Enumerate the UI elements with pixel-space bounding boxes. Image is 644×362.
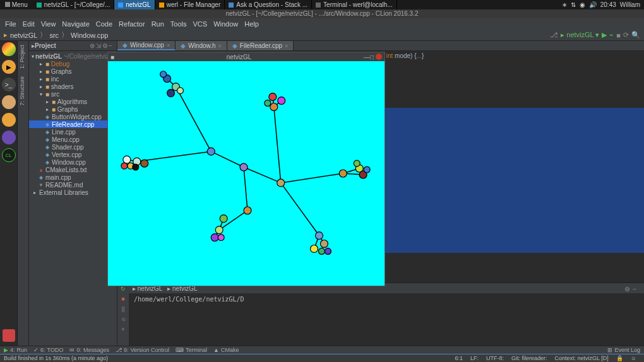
dock-trash[interactable] (3, 329, 15, 342)
tree-src[interactable]: ▾■ src (29, 90, 117, 98)
system-menu[interactable]: Menu (0, 1, 33, 8)
dock-app1[interactable] (2, 113, 16, 127)
pause-icon[interactable]: || (119, 306, 127, 313)
menu-run[interactable]: Run (149, 20, 167, 28)
run-output[interactable]: /home/werl/College/netvizGL/D (129, 293, 644, 305)
menu-view[interactable]: View (39, 20, 59, 28)
search-icon[interactable]: 🔍 (631, 31, 640, 39)
tree-window[interactable]: ◆Window.cpp (29, 158, 117, 166)
task-netvizgl[interactable]: netvizGL (114, 0, 155, 9)
menu-code[interactable]: Code (93, 20, 115, 28)
tree-debug[interactable]: ▸■ Debug (29, 60, 117, 67)
menu-file[interactable]: File (3, 20, 19, 28)
breadcrumb-root[interactable]: netvizGL (10, 32, 37, 39)
gear-icon[interactable]: ⚙ (102, 42, 108, 49)
tree-graphs2[interactable]: ▸■ Graphs (29, 105, 117, 113)
status-context[interactable]: Context: netvizGL [D] (551, 355, 612, 361)
build-icon[interactable]: ⎇ (550, 31, 558, 39)
menu-navigate[interactable]: Navigate (59, 20, 92, 28)
tree-menu[interactable]: ◆Menu.cpp (29, 136, 117, 143)
tree-vertex[interactable]: ◆Vertex.cpp (29, 151, 117, 158)
run-icon[interactable]: ▶ (602, 31, 607, 39)
tree-shader[interactable]: ◆Shader.cpp (29, 143, 117, 151)
status-le[interactable]: LF: (467, 355, 482, 361)
tree-readme[interactable]: ▼README.md (29, 181, 117, 189)
side-tab-project[interactable]: 1: Project (18, 41, 27, 73)
lock-icon[interactable]: 🔒 (612, 355, 627, 361)
minimize-icon[interactable]: — (364, 54, 370, 61)
tree-buttonwidget[interactable]: ◆ButtonWidget.cpp (29, 113, 117, 120)
close-window-icon[interactable] (376, 54, 382, 60)
tree-root[interactable]: ▾netvizGL ~/College/netvizGL (29, 52, 117, 60)
dock-terminal[interactable]: >_ (2, 78, 16, 91)
dock-play[interactable]: ▶ (2, 60, 16, 74)
close-icon[interactable]: × (167, 42, 170, 49)
breadcrumb-src[interactable]: src (49, 32, 59, 39)
volume-icon[interactable]: 🔊 (589, 1, 597, 8)
tool-terminal[interactable]: ⌨ Terminal (176, 347, 207, 353)
dock-clion[interactable]: CL (2, 148, 16, 162)
run-config-dropdown[interactable]: ▸ netvizGL ▾ (561, 31, 599, 39)
dock-files[interactable] (2, 95, 16, 109)
tab-window-h[interactable]: ◆Window.h× (176, 41, 227, 50)
status-enc[interactable]: UTF-8: (482, 355, 508, 361)
close-icon[interactable]: × (285, 43, 288, 49)
bluetooth-icon[interactable]: ∗ (562, 1, 567, 8)
tool-run[interactable]: ▶ 4: Run (4, 347, 27, 353)
clock[interactable]: 20:43 (600, 1, 616, 8)
run-settings-icon[interactable]: ⚙ (624, 286, 630, 293)
menu-help[interactable]: Help (242, 20, 261, 28)
breadcrumb-file[interactable]: Window.cpp (71, 32, 108, 39)
tree-line[interactable]: ◆Line.cpp (29, 128, 117, 136)
gl-window-titlebar[interactable]: ■ netvizGL — □ (108, 52, 385, 61)
tool-vcs[interactable]: ⎇ 9: Version Control (116, 347, 169, 353)
maximize-icon[interactable]: □ (370, 54, 374, 61)
task-clion[interactable]: netvizGL - [~/College/... (33, 0, 114, 9)
gl-canvas[interactable] (108, 61, 385, 286)
menu-edit[interactable]: Edit (20, 20, 37, 28)
user-label[interactable]: William (620, 1, 640, 8)
wifi-icon[interactable]: ◉ (580, 1, 585, 8)
rerun-icon[interactable]: ↻ (119, 286, 127, 293)
status-git[interactable]: Git: filereader: (508, 355, 551, 361)
stop-icon[interactable]: ■ (616, 32, 621, 39)
tree-shaders[interactable]: ▸■ shaders (29, 83, 117, 90)
tree-graphs[interactable]: ▸■ Graphs (29, 67, 117, 75)
tree-algorithms[interactable]: ▸■ Algorithms (29, 98, 117, 105)
menu-window[interactable]: Window (211, 20, 241, 28)
status-pos[interactable]: 6:1 (451, 355, 467, 361)
tool-todo[interactable]: ✓ 6: TODO (33, 347, 63, 353)
dock-chrome[interactable] (2, 42, 16, 56)
tree-inc[interactable]: ▸■ inc (29, 75, 117, 83)
menu-tools[interactable]: Tools (168, 20, 189, 28)
network-icon[interactable]: ⇅ (571, 1, 576, 8)
tree-cmakelists[interactable]: ▲CMakeLists.txt (29, 166, 117, 173)
event-log[interactable]: ⊞ Event Log (607, 347, 640, 353)
dock-vscode[interactable] (2, 131, 16, 144)
tab-window-cpp[interactable]: ◆Window.cpp× (117, 41, 176, 50)
collapse-icon[interactable]: ⇲ (95, 42, 102, 49)
hector-icon[interactable]: ☺ (627, 355, 640, 361)
tool-cmake[interactable]: ▲ CMake (213, 347, 239, 353)
menu-refactor[interactable]: Refactor (116, 20, 148, 28)
tree-main[interactable]: ◆main.cpp (29, 173, 117, 181)
tab-filereader-cpp[interactable]: ◆FileReader.cpp× (227, 41, 294, 50)
update-icon[interactable]: ⟳ (623, 31, 629, 39)
side-tab-structure[interactable]: 7: Structure (18, 73, 27, 110)
autoscroll-icon[interactable]: ⊕ (89, 42, 95, 49)
close-run-icon[interactable]: × (119, 326, 127, 334)
hide-icon[interactable]: − (108, 42, 114, 49)
tool-messages[interactable]: ✉ 0: Messages (69, 347, 109, 353)
dump-icon[interactable]: ⎋ (119, 316, 127, 324)
tree-filereader[interactable]: ◆FileReader.cpp (29, 120, 117, 128)
task-terminal[interactable]: Terminal - werl@localh... (312, 0, 397, 9)
task-filemanager[interactable]: werl - File Manager (155, 0, 225, 9)
tree-external[interactable]: ▸External Libraries (29, 189, 117, 196)
gl-window[interactable]: ■ netvizGL — □ (107, 52, 385, 286)
stop-run-icon[interactable]: ■ (119, 296, 127, 303)
run-hide-icon[interactable]: − (633, 286, 636, 293)
close-icon[interactable]: × (218, 43, 222, 49)
menu-vcs[interactable]: VCS (191, 20, 210, 28)
debug-icon[interactable]: ⌁ (609, 31, 614, 39)
task-browser[interactable]: Ask a Question - Stack ... (225, 0, 312, 9)
